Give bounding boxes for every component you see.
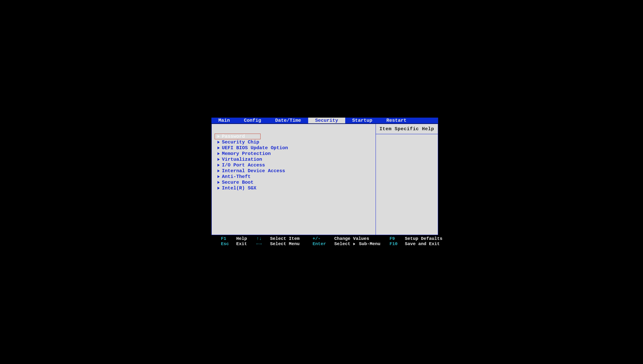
help-panel-body	[376, 134, 438, 235]
menu-item-password[interactable]: Password	[215, 134, 261, 139]
menu-item-security-chip[interactable]: Security Chip	[215, 139, 372, 145]
tab-startup[interactable]: Startup	[345, 118, 379, 123]
menu-item-io-port-access[interactable]: I/O Port Access	[215, 162, 372, 168]
bios-screen: Main Config Date/Time Security Startup R…	[205, 117, 438, 248]
submenu-arrow-icon	[218, 175, 220, 178]
submenu-arrow-icon	[218, 152, 220, 155]
help-panel: Item Specific Help	[376, 124, 438, 235]
submenu-arrow-icon	[353, 243, 355, 245]
submenu-arrow-icon	[218, 146, 220, 149]
menu-item-label: UEFI BIOS Update Option	[222, 145, 288, 151]
key-enter: Enter	[313, 242, 333, 246]
action-change-values: Change Values	[334, 236, 389, 241]
tab-config[interactable]: Config	[237, 118, 268, 123]
key-f10: F10	[390, 242, 404, 246]
menu-item-intel-sgx[interactable]: Intel(R) SGX	[215, 185, 372, 191]
action-select-submenu-post: Sub-Menu	[356, 242, 380, 246]
tab-restart[interactable]: Restart	[379, 118, 414, 123]
action-exit: Exit	[236, 242, 256, 246]
menu-item-label: I/O Port Access	[222, 162, 265, 168]
menu-item-secure-boot[interactable]: Secure Boot	[215, 180, 372, 185]
menu-item-virtualization[interactable]: Virtualization	[215, 156, 372, 162]
key-plusminus: +/-	[313, 236, 333, 241]
arrow-updown-icon: ↑↓	[256, 236, 269, 241]
menu-item-label: Memory Protection	[222, 151, 271, 156]
key-f9: F9	[390, 236, 404, 241]
submenu-arrow-icon	[218, 187, 220, 190]
menu-list: Password Security Chip UEFI BIOS Update …	[212, 124, 376, 235]
menu-item-label: Intel(R) SGX	[222, 186, 256, 191]
tab-main[interactable]: Main	[211, 118, 237, 123]
menu-item-label: Password	[222, 134, 245, 139]
tab-security[interactable]: Security	[308, 118, 345, 123]
action-save-and-exit: Save and Exit	[405, 242, 442, 246]
submenu-arrow-icon	[218, 164, 220, 166]
menu-item-memory-protection[interactable]: Memory Protection	[215, 151, 372, 156]
keyhelp-bar: F1 Help ↑↓ Select Item +/- Change Values…	[211, 235, 438, 248]
menu-item-internal-device-access[interactable]: Internal Device Access	[215, 168, 372, 174]
menu-item-label: Anti-Theft	[222, 174, 251, 179]
submenu-arrow-icon	[218, 170, 220, 172]
submenu-arrow-icon	[218, 135, 220, 138]
key-esc: Esc	[221, 242, 235, 246]
menu-item-anti-theft[interactable]: Anti-Theft	[215, 174, 372, 180]
help-panel-title: Item Specific Help	[376, 124, 438, 134]
action-setup-defaults: Setup Defaults	[405, 236, 442, 241]
action-select-item: Select Item	[270, 236, 312, 241]
key-f1: F1	[221, 236, 235, 241]
menu-item-label: Internal Device Access	[222, 168, 285, 174]
submenu-arrow-icon	[218, 181, 220, 184]
arrow-leftright-icon: ←→	[256, 242, 269, 246]
action-select-menu: Select Menu	[270, 242, 312, 246]
submenu-arrow-icon	[218, 141, 220, 144]
menu-item-label: Secure Boot	[222, 180, 254, 185]
action-select-submenu-pre: Select	[334, 242, 353, 246]
action-help: Help	[236, 236, 256, 241]
tab-bar: Main Config Date/Time Security Startup R…	[211, 118, 438, 123]
tab-date-time[interactable]: Date/Time	[268, 118, 308, 123]
action-select-submenu: Select Sub-Menu	[334, 242, 389, 246]
main-panel: Password Security Chip UEFI BIOS Update …	[211, 124, 438, 235]
menu-item-label: Security Chip	[222, 140, 259, 145]
menu-item-uefi-bios-update[interactable]: UEFI BIOS Update Option	[215, 145, 372, 151]
submenu-arrow-icon	[218, 158, 220, 161]
menu-item-label: Virtualization	[222, 157, 262, 162]
